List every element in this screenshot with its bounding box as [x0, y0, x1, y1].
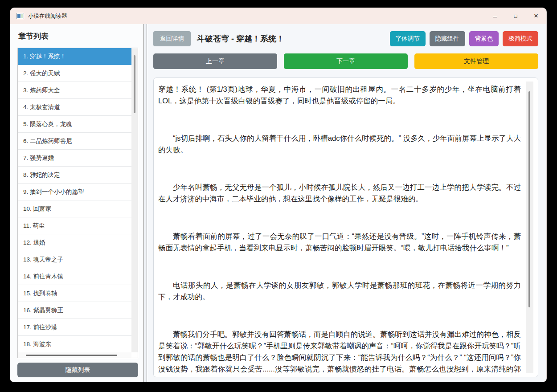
chapter-item[interactable]: 6. 二品炼药师谷尼 [18, 133, 131, 150]
chapter-item[interactable]: 8. 雅妃的决定 [18, 167, 131, 184]
paragraph: 少年名叫萧畅，无父无母是一个孤儿，小时候在孤儿院长大，然后又一边打工一边上学的把… [158, 181, 521, 204]
file-manager-button[interactable]: 文件管理 [414, 53, 538, 69]
chapter-item[interactable]: 13. 魂天帝之子 [18, 251, 131, 268]
chapter-list-horizontal-scrollbar[interactable] [18, 352, 131, 358]
chapter-list-vertical-scrollbar[interactable] [131, 48, 138, 352]
chapter-list-horizontal-scrollbar-thumb[interactable] [26, 355, 117, 356]
minimize-icon[interactable]: – [485, 8, 505, 24]
hide-widgets-button[interactable]: 隐藏组件 [430, 31, 465, 46]
chapter-item[interactable]: 11. 药尘 [18, 217, 131, 234]
chapter-item[interactable]: 9. 抽到一个小小的愿望 [18, 184, 131, 200]
chapter-item[interactable]: 2. 强大的天赋 [18, 65, 131, 82]
maximize-icon[interactable]: □ [505, 8, 526, 24]
back-to-details-button[interactable]: 返回详情 [153, 31, 191, 46]
panel-divider [144, 24, 147, 382]
sidebar: 章节列表 1. 穿越！系统！ 2. 强大的天赋 3. 炼药师大全 4. 太极玄清… [10, 24, 144, 382]
book-chapter-title: 斗破苍穹 - 穿越！系统！ [197, 33, 284, 44]
app-window: 小说在线阅读器 – □ × 章节列表 1. 穿越！系统！ 2. 强大的天赋 3.… [10, 8, 547, 382]
reader-panel[interactable]: 穿越！系统！ (第1/3页)地球，华夏，中海市，一间破旧的出租屋内。一名二十多岁… [153, 78, 538, 377]
main-panel: 返回详情 斗破苍穹 - 穿越！系统！ 字体调节 隐藏组件 背景色 极简模式 上一… [147, 24, 546, 382]
paragraph: 萧畅看着面前的屏幕，过了一会无奈的叹了一口气道：“果然还是没有晋级。”这时，一阵… [158, 230, 521, 253]
chapter-item[interactable]: 10. 回萧家 [18, 200, 131, 217]
chapter-item[interactable]: 16. 紫晶翼狮王 [18, 302, 131, 319]
font-adjust-button[interactable]: 字体调节 [390, 31, 426, 46]
app-icon [16, 13, 24, 19]
chapter-item[interactable]: 1. 穿越！系统！ [18, 48, 131, 65]
chapter-list: 1. 穿越！系统！ 2. 强大的天赋 3. 炼药师大全 4. 太极玄清道 5. … [17, 48, 138, 358]
paragraph: 穿越！系统！ (第1/3页)地球，华夏，中海市，一间破旧的出租屋内。一名二十多岁… [158, 83, 521, 106]
chapter-item[interactable]: 5. 陨落心炎，龙魂 [18, 116, 131, 133]
chapter-item[interactable]: 17. 前往沙漠 [18, 319, 131, 336]
chapter-list-vertical-scrollbar-thumb[interactable] [134, 55, 135, 113]
chapter-item[interactable]: 4. 太极玄清道 [18, 99, 131, 116]
paragraph: 电话那头的人，是萧畅在大学谈的女朋友郭敏，郭敏大学时是萧畅那班的班花，在萧畅将近… [158, 279, 521, 302]
chapter-nav-row: 上一章 下一章 文件管理 [153, 53, 538, 69]
reader-vertical-scrollbar[interactable] [526, 82, 533, 373]
close-icon[interactable]: × [526, 8, 546, 24]
toolbar-right-group: 字体调节 隐藏组件 背景色 极简模式 [390, 31, 539, 46]
next-chapter-button[interactable]: 下一章 [284, 53, 408, 69]
paragraph: “js切后排啊，石头人你的大留着干什么用，卧槽adc你什么时候死的。” 没多久，… [158, 132, 521, 155]
chapter-list-viewport: 1. 穿越！系统！ 2. 强大的天赋 3. 炼药师大全 4. 太极玄清道 5. … [18, 48, 131, 352]
paragraph: 萧畅我们分手吧。郭敏并没有回答萧畅话，而是自顾自的说道。萧畅听到这话并没有漏出难… [158, 328, 521, 377]
chapter-item[interactable]: 12. 退婚 [18, 234, 131, 251]
minimal-mode-button[interactable]: 极简模式 [503, 31, 538, 46]
window-title: 小说在线阅读器 [28, 12, 67, 20]
background-color-button[interactable]: 背景色 [469, 31, 499, 46]
reader-vertical-scrollbar-thumb[interactable] [528, 91, 530, 307]
chapter-item[interactable]: 3. 炼药师大全 [18, 82, 131, 99]
titlebar: 小说在线阅读器 – □ × [10, 8, 546, 24]
app-body: 章节列表 1. 穿越！系统！ 2. 强大的天赋 3. 炼药师大全 4. 太极玄清… [10, 24, 546, 382]
toolbar: 返回详情 斗破苍穹 - 穿越！系统！ 字体调节 隐藏组件 背景色 极简模式 [153, 31, 538, 46]
chapter-item[interactable]: 7. 强势逼婚 [18, 150, 131, 167]
chapter-item[interactable]: 14. 前往青木镇 [18, 268, 131, 285]
chapter-list-header: 章节列表 [18, 31, 138, 41]
chapter-item[interactable]: 15. 找到卷轴 [18, 285, 131, 302]
previous-chapter-button[interactable]: 上一章 [153, 53, 277, 69]
hide-list-button[interactable]: 隐藏列表 [17, 363, 138, 377]
chapter-item[interactable]: 18. 海波东 [18, 336, 131, 352]
